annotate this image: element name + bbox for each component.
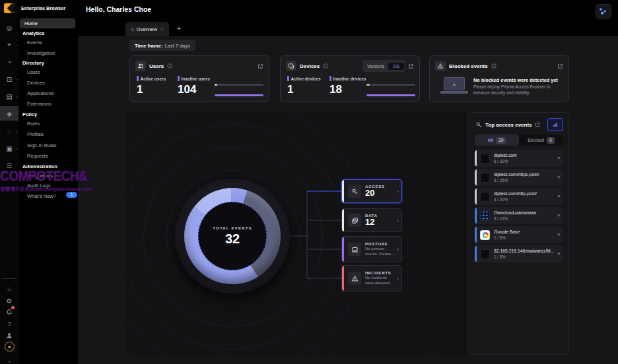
browser-module-icon[interactable]: ◈›	[0, 106, 18, 121]
chevron-down-icon[interactable]: ▾	[557, 232, 560, 237]
active-session-icon[interactable]: ●	[0, 339, 18, 353]
owncloud-favicon	[480, 211, 490, 221]
posture-card[interactable]: POSTURE No postureevents. Please... ›	[341, 236, 402, 262]
rail-divider	[3, 278, 16, 279]
key-icon	[475, 121, 483, 129]
sidebar-item-users[interactable]: Users	[27, 69, 40, 75]
app-root: ◎ ⌖› ◔ ⊡› ▤› ◈› ◌› ▣› ☰ ☆ ⚙ ? ● › Home A…	[0, 0, 618, 364]
sidebar-item-devices[interactable]: Devices	[27, 80, 45, 86]
site-favicon	[480, 192, 490, 202]
row-accent	[475, 226, 477, 243]
sidebar-item-investigation[interactable]: Investigation	[27, 50, 55, 56]
automation-icon[interactable]: ◌›	[0, 124, 18, 138]
active-devices-bar	[366, 84, 415, 86]
sidebar-item-whats-new[interactable]: What's New?	[27, 193, 56, 199]
chevron-down-icon[interactable]: ▾	[557, 156, 560, 161]
open-external-icon[interactable]	[557, 63, 563, 69]
sidebar-item-profiles[interactable]: Profiles	[27, 131, 44, 137]
open-external-icon[interactable]	[258, 63, 263, 69]
access-event-row[interactable]: Google Base 1 / 5% ▾	[475, 226, 563, 243]
new-tab-button[interactable]: +	[174, 24, 184, 34]
chevron-right-icon[interactable]: ›	[397, 247, 399, 253]
sidebar-item-integrations[interactable]: Integrations	[27, 173, 53, 179]
row-accent	[475, 169, 477, 186]
access-card[interactable]: ACCESS 20 ›	[341, 179, 402, 203]
inventory-icon[interactable]: ▤›	[0, 89, 18, 104]
chevron-right-icon[interactable]: ›	[397, 276, 399, 282]
open-external-icon[interactable]	[408, 63, 414, 69]
chart-view-button[interactable]	[547, 118, 563, 131]
brand-logo[interactable]	[4, 3, 14, 13]
app-switcher-button[interactable]	[596, 4, 611, 18]
sidebar-item-audit-logs[interactable]: Audit Logs	[27, 183, 50, 189]
pin-star-icon[interactable]: ☆	[160, 26, 164, 32]
chevron-down-icon[interactable]: ▾	[557, 213, 560, 218]
sidebar-item-applications[interactable]: Applications	[27, 90, 53, 96]
toggle-versions[interactable]: Versions	[363, 64, 388, 69]
app-switcher-dot	[601, 12, 603, 15]
row-stat: 6 / 30%	[494, 159, 554, 164]
sidebar-item-sign-in-rules[interactable]: Sign-in Rules	[27, 142, 57, 148]
info-icon[interactable]	[491, 63, 497, 69]
sidebar-item-events[interactable]: Events	[27, 40, 42, 46]
toggle-os[interactable]: OS	[388, 63, 404, 70]
google-favicon	[480, 230, 490, 240]
sidebar-item-home[interactable]: Home	[20, 18, 75, 28]
whats-new-count-badge: 1	[66, 192, 77, 198]
posture-laptop-icon	[348, 243, 361, 256]
access-value: 20	[365, 189, 395, 198]
tab-all[interactable]: All 20	[475, 135, 519, 146]
access-event-row[interactable]: diptest.com 6 / 30% ▾	[475, 150, 563, 167]
data-value: 12	[365, 218, 395, 228]
workspace-icon[interactable]: ⊡›	[0, 72, 18, 86]
access-key-icon	[348, 185, 361, 198]
access-event-row[interactable]: diptest.com/http-post/ 4 / 20% ▾	[475, 188, 563, 205]
devices-card: Devices Versions OS Active devices 1 Ina…	[280, 55, 420, 102]
donut-center: TOTAL EVENTS 32	[198, 202, 267, 270]
chevron-down-icon[interactable]: ▾	[557, 175, 560, 180]
access-event-row[interactable]: 82.165.215.146/malwarez/M... 1 / 5% ▾	[475, 245, 563, 262]
icon-rail: ◎ ⌖› ◔ ⊡› ▤› ◈› ◌› ▣› ☰ ☆ ⚙ ? ● ›	[0, 0, 19, 364]
devices-bars	[366, 84, 415, 105]
tab-overview[interactable]: ⌂ Overview ☆	[125, 22, 169, 36]
sidebar-item-extensions[interactable]: Extensions	[27, 101, 52, 107]
users-card: Users Active users 1 Inactive users 104	[129, 55, 269, 102]
row-accent	[475, 188, 477, 205]
info-icon[interactable]	[167, 63, 172, 69]
section-administration: Administration	[22, 164, 57, 169]
blocked-events-card: Blocked events ▲ No blocked events were …	[429, 55, 569, 102]
open-external-icon[interactable]	[535, 122, 540, 127]
section-analytics: Analytics	[22, 30, 44, 36]
laptop-illustration: ▲	[440, 77, 468, 96]
chevron-down-icon[interactable]: ▾	[557, 251, 560, 257]
sidebar-item-requests[interactable]: Requests	[27, 153, 48, 159]
blocked-count-badge: 0	[547, 137, 555, 144]
reports-icon[interactable]: ▣›	[0, 141, 18, 156]
active-users-stat: Active users 1	[137, 76, 166, 96]
access-event-row[interactable]: diptest.com/https-post/ 5 / 25% ▾	[475, 169, 563, 186]
row-name: diptest.com/https-post/	[494, 172, 554, 177]
data-card[interactable]: DATA 12 ›	[341, 208, 402, 232]
info-icon[interactable]	[323, 63, 328, 69]
users-bars	[215, 84, 263, 105]
tab-blocked[interactable]: Blocked 0	[519, 135, 563, 146]
access-event-row[interactable]: Owncloud-pamanase 3 / 15% ▾	[475, 207, 563, 224]
site-favicon	[480, 173, 490, 183]
collapse-sidebar-icon[interactable]: ›	[0, 354, 18, 364]
top-bar: Hello, Charles Choe ⌂ Overview ☆ +	[78, 0, 618, 36]
list-icon[interactable]: ☰	[0, 158, 18, 173]
timeframe-pill[interactable]: Time frame: Last 7 days	[129, 40, 195, 51]
section-directory: Directory	[22, 60, 44, 66]
site-favicon	[480, 249, 490, 259]
chevron-right-icon[interactable]: ›	[397, 218, 399, 224]
bar-chart-icon	[552, 121, 559, 128]
insights-icon[interactable]: ◔	[0, 55, 18, 69]
chevron-right-icon[interactable]: ›	[397, 189, 399, 195]
incidents-card[interactable]: INCIDENTS No incidentswere detected ›	[341, 265, 402, 291]
sidebar-item-rules[interactable]: Rules	[27, 121, 40, 127]
activity-icon[interactable]: ⌖›	[0, 38, 18, 52]
inactive-devices-bar	[366, 94, 415, 96]
chevron-down-icon[interactable]: ▾	[557, 194, 560, 199]
dashboard-icon[interactable]: ◎	[0, 20, 18, 35]
tab-overview-label: Overview	[137, 26, 157, 32]
